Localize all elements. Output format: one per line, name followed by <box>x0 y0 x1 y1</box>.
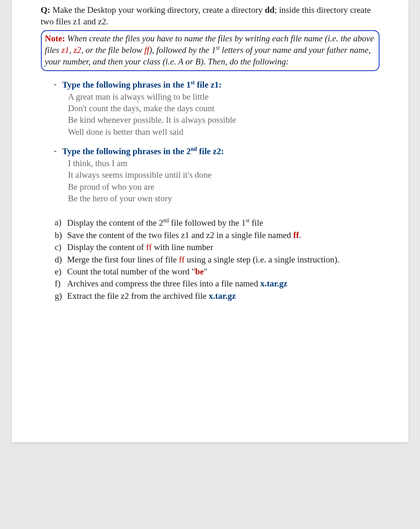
question-dd: dd <box>265 5 274 15</box>
sec2-line-3: Be proud of who you are <box>68 181 380 193</box>
note-z2: z2 <box>74 45 81 55</box>
task-d-t2: using a single step (i.e. a single instr… <box>185 255 339 264</box>
task-b-ff: ff <box>293 230 299 240</box>
task-a-text: Display the content of the 2nd file foll… <box>67 217 263 229</box>
task-c-t1: Display the content of <box>67 242 146 252</box>
task-e-t2: " <box>204 267 208 276</box>
section-1: - Type the following phrases in the 1st … <box>48 79 380 138</box>
task-f-tar: x.tar.gz <box>260 279 287 288</box>
note-label: Note: <box>45 33 65 43</box>
task-d: d) Merge the first four lines of file ff… <box>55 254 380 266</box>
question-block: Q: Make the Desktop your working directo… <box>41 4 380 28</box>
sec2-sup: nd <box>191 146 197 152</box>
section-2-content: Type the following phrases in the 2nd fi… <box>62 146 380 204</box>
task-f-label: f) <box>55 278 67 290</box>
question-label: Q: <box>41 5 50 15</box>
task-a-t1: Display the content of the 2 <box>67 218 164 228</box>
task-e-text: Count the total number of the word "be" <box>67 266 208 278</box>
sec2-line-1: I think, thus I am <box>68 157 380 169</box>
task-g: g) Extract the file z2 from the archived… <box>55 290 380 302</box>
section-1-heading: Type the following phrases in the 1st fi… <box>62 79 380 90</box>
note-ff: ff <box>144 45 149 55</box>
section-2-heading: Type the following phrases in the 2nd fi… <box>62 146 380 157</box>
task-d-t1: Merge the first four lines of file <box>67 255 179 264</box>
task-f: f) Archives and compress the three files… <box>55 278 380 290</box>
task-c: c) Display the content of ff with line n… <box>55 241 380 253</box>
task-f-text: Archives and compress the three files in… <box>67 278 287 290</box>
task-b-label: b) <box>55 229 67 241</box>
task-c-label: c) <box>55 241 67 253</box>
sec1-head-1: Type the following phrases in the 1 <box>62 80 191 90</box>
sec1-line-4: Well done is better than well said <box>68 126 380 138</box>
bullet-dash-icon: - <box>48 146 62 155</box>
section-1-lines: A great man is always willing to be litt… <box>68 91 380 138</box>
task-d-label: d) <box>55 254 67 266</box>
task-c-ff: ff <box>146 242 152 252</box>
task-e-label: e) <box>55 266 67 278</box>
task-e-be: be <box>195 267 204 276</box>
task-a-sup2: st <box>246 217 249 224</box>
task-b: b) Save the content of the two files z1 … <box>55 229 380 241</box>
tasks-list: a) Display the content of the 2nd file f… <box>55 217 380 302</box>
task-a-sup1: nd <box>163 217 169 224</box>
section-2-lines: I think, thus I am It always seems impos… <box>68 157 380 204</box>
sec2-head-2: file z2: <box>197 146 224 156</box>
task-g-text: Extract the file z2 from the archived fi… <box>67 290 236 302</box>
note-sup-st: st <box>216 45 220 51</box>
sec2-line-2: It always seems impossible until it's do… <box>68 169 380 181</box>
task-g-label: g) <box>55 290 67 302</box>
note-body-2: , or the file below <box>81 45 145 55</box>
document-page: Q: Make the Desktop your working directo… <box>12 0 408 442</box>
task-b-dot: . <box>299 230 301 240</box>
sec1-line-2: Don't count the days, make the days coun… <box>68 102 380 114</box>
note-box: Note: When create the files you have to … <box>41 30 380 71</box>
sec1-line-3: Be kind whenever possible. It is always … <box>68 114 380 126</box>
bullet-dash-icon: - <box>48 79 62 89</box>
task-d-text: Merge the first four lines of file ff us… <box>67 254 339 266</box>
task-c-t2: with line number <box>152 242 213 252</box>
sec1-head-2: file z1: <box>195 80 222 90</box>
task-a: a) Display the content of the 2nd file f… <box>55 217 380 229</box>
task-a-t2: file followed by the 1 <box>169 218 246 228</box>
sec2-line-4: Be the hero of your own story <box>68 193 380 204</box>
note-body-3: ), followed by the 1 <box>149 45 216 55</box>
question-text-1: Make the Desktop your working directory,… <box>50 5 265 15</box>
task-b-t1: Save the content of the two files z1 and… <box>67 230 294 240</box>
sec1-sup: st <box>191 79 195 86</box>
task-d-ff: ff <box>179 255 185 264</box>
task-e: e) Count the total number of the word "b… <box>55 266 380 278</box>
section-2: - Type the following phrases in the 2nd … <box>48 146 380 204</box>
task-b-text: Save the content of the two files z1 and… <box>67 229 301 241</box>
task-c-text: Display the content of ff with line numb… <box>67 241 214 253</box>
note-z1: z1 <box>62 45 69 55</box>
task-g-t1: Extract the file z2 from the archived fi… <box>67 291 209 301</box>
task-a-label: a) <box>55 217 67 229</box>
task-e-t1: Count the total number of the word " <box>67 267 195 276</box>
section-1-content: Type the following phrases in the 1st fi… <box>62 79 380 138</box>
task-a-t3: file <box>249 218 263 228</box>
note-comma1: , <box>69 45 74 55</box>
sec2-head-1: Type the following phrases in the 2 <box>62 146 191 156</box>
sec1-line-1: A great man is always willing to be litt… <box>68 91 380 102</box>
task-f-t1: Archives and compress the three files in… <box>67 279 261 288</box>
task-g-tar: x.tar.gz <box>209 291 236 301</box>
